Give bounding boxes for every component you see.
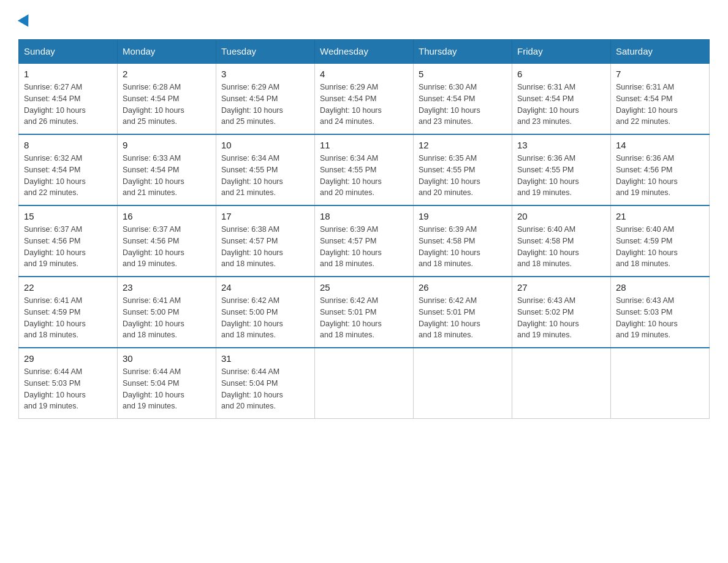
day-number: 4 (320, 69, 408, 79)
calendar-cell: 16 Sunrise: 6:37 AM Sunset: 4:56 PM Dayl… (118, 205, 216, 277)
day-number: 2 (123, 69, 211, 79)
day-info: Sunrise: 6:36 AM Sunset: 4:55 PM Dayligh… (517, 153, 605, 199)
day-info: Sunrise: 6:32 AM Sunset: 4:54 PM Dayligh… (24, 153, 112, 199)
day-info: Sunrise: 6:27 AM Sunset: 4:54 PM Dayligh… (24, 82, 112, 128)
day-info: Sunrise: 6:31 AM Sunset: 4:54 PM Dayligh… (517, 82, 605, 128)
day-info: Sunrise: 6:41 AM Sunset: 4:59 PM Dayligh… (24, 295, 112, 341)
calendar-cell: 28 Sunrise: 6:43 AM Sunset: 5:03 PM Dayl… (611, 277, 710, 348)
day-info: Sunrise: 6:44 AM Sunset: 5:04 PM Dayligh… (221, 366, 309, 412)
calendar-cell: 29 Sunrise: 6:44 AM Sunset: 5:03 PM Dayl… (19, 348, 118, 419)
calendar-cell: 2 Sunrise: 6:28 AM Sunset: 4:54 PM Dayli… (118, 63, 216, 134)
day-number: 10 (221, 140, 309, 150)
calendar-cell: 25 Sunrise: 6:42 AM Sunset: 5:01 PM Dayl… (315, 277, 414, 348)
day-info: Sunrise: 6:34 AM Sunset: 4:55 PM Dayligh… (320, 153, 408, 199)
day-number: 26 (419, 282, 507, 293)
calendar-header-monday: Monday (118, 40, 216, 64)
day-number: 9 (123, 140, 211, 150)
day-info: Sunrise: 6:35 AM Sunset: 4:55 PM Dayligh… (419, 153, 507, 199)
day-number: 5 (419, 69, 507, 79)
calendar-header-friday: Friday (512, 40, 611, 64)
calendar-cell: 10 Sunrise: 6:34 AM Sunset: 4:55 PM Dayl… (216, 134, 315, 205)
day-number: 19 (419, 211, 507, 221)
calendar-cell: 6 Sunrise: 6:31 AM Sunset: 4:54 PM Dayli… (512, 63, 611, 134)
day-info: Sunrise: 6:30 AM Sunset: 4:54 PM Dayligh… (419, 82, 507, 128)
day-number: 30 (123, 353, 211, 364)
day-info: Sunrise: 6:34 AM Sunset: 4:55 PM Dayligh… (221, 153, 309, 199)
calendar-cell (315, 348, 414, 419)
calendar-week-row: 15 Sunrise: 6:37 AM Sunset: 4:56 PM Dayl… (19, 205, 710, 277)
logo-triangle-icon (18, 11, 34, 27)
calendar-cell: 4 Sunrise: 6:29 AM Sunset: 4:54 PM Dayli… (315, 63, 414, 134)
day-info: Sunrise: 6:29 AM Sunset: 4:54 PM Dayligh… (221, 82, 309, 128)
day-number: 8 (24, 140, 112, 150)
calendar-week-row: 29 Sunrise: 6:44 AM Sunset: 5:03 PM Dayl… (19, 348, 710, 419)
day-info: Sunrise: 6:44 AM Sunset: 5:03 PM Dayligh… (24, 366, 112, 412)
day-info: Sunrise: 6:41 AM Sunset: 5:00 PM Dayligh… (123, 295, 211, 341)
calendar-cell: 5 Sunrise: 6:30 AM Sunset: 4:54 PM Dayli… (414, 63, 512, 134)
calendar-cell: 12 Sunrise: 6:35 AM Sunset: 4:55 PM Dayl… (414, 134, 512, 205)
day-number: 6 (517, 69, 605, 79)
logo (18, 12, 33, 27)
day-info: Sunrise: 6:44 AM Sunset: 5:04 PM Dayligh… (123, 366, 211, 412)
day-info: Sunrise: 6:42 AM Sunset: 5:00 PM Dayligh… (221, 295, 309, 341)
day-info: Sunrise: 6:40 AM Sunset: 4:59 PM Dayligh… (616, 224, 704, 270)
day-info: Sunrise: 6:33 AM Sunset: 4:54 PM Dayligh… (123, 153, 211, 199)
day-info: Sunrise: 6:31 AM Sunset: 4:54 PM Dayligh… (616, 82, 704, 128)
calendar-cell: 22 Sunrise: 6:41 AM Sunset: 4:59 PM Dayl… (19, 277, 118, 348)
day-info: Sunrise: 6:36 AM Sunset: 4:56 PM Dayligh… (616, 153, 704, 199)
calendar-cell: 14 Sunrise: 6:36 AM Sunset: 4:56 PM Dayl… (611, 134, 710, 205)
day-info: Sunrise: 6:29 AM Sunset: 4:54 PM Dayligh… (320, 82, 408, 128)
day-number: 20 (517, 211, 605, 221)
day-number: 21 (616, 211, 704, 221)
day-number: 15 (24, 211, 112, 221)
day-number: 27 (517, 282, 605, 293)
day-info: Sunrise: 6:37 AM Sunset: 4:56 PM Dayligh… (24, 224, 112, 270)
calendar-header-sunday: Sunday (19, 40, 118, 64)
calendar-week-row: 8 Sunrise: 6:32 AM Sunset: 4:54 PM Dayli… (19, 134, 710, 205)
calendar-cell: 26 Sunrise: 6:42 AM Sunset: 5:01 PM Dayl… (414, 277, 512, 348)
calendar-cell: 15 Sunrise: 6:37 AM Sunset: 4:56 PM Dayl… (19, 205, 118, 277)
calendar-header-tuesday: Tuesday (216, 40, 315, 64)
calendar-cell: 24 Sunrise: 6:42 AM Sunset: 5:00 PM Dayl… (216, 277, 315, 348)
day-info: Sunrise: 6:43 AM Sunset: 5:03 PM Dayligh… (616, 295, 704, 341)
day-number: 23 (123, 282, 211, 293)
calendar-cell: 11 Sunrise: 6:34 AM Sunset: 4:55 PM Dayl… (315, 134, 414, 205)
day-number: 22 (24, 282, 112, 293)
calendar-cell: 17 Sunrise: 6:38 AM Sunset: 4:57 PM Dayl… (216, 205, 315, 277)
day-number: 16 (123, 211, 211, 221)
calendar-cell: 21 Sunrise: 6:40 AM Sunset: 4:59 PM Dayl… (611, 205, 710, 277)
calendar-cell (512, 348, 611, 419)
calendar-cell: 27 Sunrise: 6:43 AM Sunset: 5:02 PM Dayl… (512, 277, 611, 348)
calendar-cell: 30 Sunrise: 6:44 AM Sunset: 5:04 PM Dayl… (118, 348, 216, 419)
day-info: Sunrise: 6:38 AM Sunset: 4:57 PM Dayligh… (221, 224, 309, 270)
day-number: 13 (517, 140, 605, 150)
day-number: 18 (320, 211, 408, 221)
calendar-cell: 13 Sunrise: 6:36 AM Sunset: 4:55 PM Dayl… (512, 134, 611, 205)
calendar-header-row: SundayMondayTuesdayWednesdayThursdayFrid… (19, 40, 710, 64)
calendar-table: SundayMondayTuesdayWednesdayThursdayFrid… (18, 39, 710, 419)
calendar-header-wednesday: Wednesday (315, 40, 414, 64)
calendar-week-row: 22 Sunrise: 6:41 AM Sunset: 4:59 PM Dayl… (19, 277, 710, 348)
calendar-cell: 31 Sunrise: 6:44 AM Sunset: 5:04 PM Dayl… (216, 348, 315, 419)
day-number: 28 (616, 282, 704, 293)
calendar-cell: 7 Sunrise: 6:31 AM Sunset: 4:54 PM Dayli… (611, 63, 710, 134)
calendar-cell: 9 Sunrise: 6:33 AM Sunset: 4:54 PM Dayli… (118, 134, 216, 205)
day-number: 1 (24, 69, 112, 79)
day-number: 29 (24, 353, 112, 364)
calendar-week-row: 1 Sunrise: 6:27 AM Sunset: 4:54 PM Dayli… (19, 63, 710, 134)
day-info: Sunrise: 6:39 AM Sunset: 4:58 PM Dayligh… (419, 224, 507, 270)
calendar-cell: 19 Sunrise: 6:39 AM Sunset: 4:58 PM Dayl… (414, 205, 512, 277)
day-info: Sunrise: 6:42 AM Sunset: 5:01 PM Dayligh… (320, 295, 408, 341)
calendar-cell: 8 Sunrise: 6:32 AM Sunset: 4:54 PM Dayli… (19, 134, 118, 205)
calendar-cell: 20 Sunrise: 6:40 AM Sunset: 4:58 PM Dayl… (512, 205, 611, 277)
day-number: 11 (320, 140, 408, 150)
calendar-cell: 18 Sunrise: 6:39 AM Sunset: 4:57 PM Dayl… (315, 205, 414, 277)
day-number: 25 (320, 282, 408, 293)
day-number: 24 (221, 282, 309, 293)
day-info: Sunrise: 6:37 AM Sunset: 4:56 PM Dayligh… (123, 224, 211, 270)
calendar-cell (414, 348, 512, 419)
calendar-cell (611, 348, 710, 419)
day-info: Sunrise: 6:42 AM Sunset: 5:01 PM Dayligh… (419, 295, 507, 341)
day-number: 31 (221, 353, 309, 364)
day-number: 14 (616, 140, 704, 150)
